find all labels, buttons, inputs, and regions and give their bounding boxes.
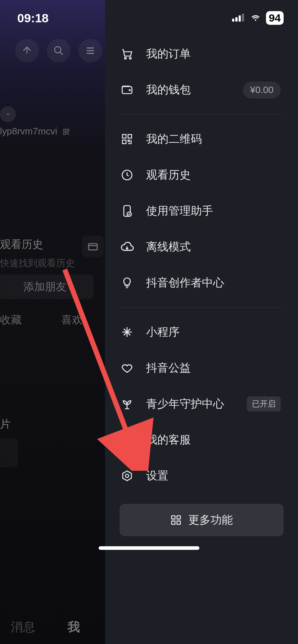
menu-label: 抖音创作者中心 — [146, 275, 224, 290]
svg-point-21 — [126, 474, 129, 478]
add-friend-button[interactable]: 添加朋友 — [0, 275, 94, 299]
menu-my-orders[interactable]: 我的订单 — [105, 36, 298, 72]
svg-rect-15 — [122, 140, 126, 144]
menu-creator-center[interactable]: 抖音创作者中心 — [105, 265, 298, 301]
status-bar: 09:18 94 — [0, 0, 298, 36]
menu-watch-history[interactable]: 观看历史 — [105, 157, 298, 193]
status-time: 09:18 — [17, 11, 49, 25]
cloud-download-icon — [119, 239, 135, 254]
background-dimmed-page: lyp8rvm7mcvi 观看历史 快速找到观看历史 添加朋友 收藏 喜欢 片 … — [0, 0, 105, 644]
svg-rect-2 — [67, 129, 69, 132]
divider — [119, 307, 284, 308]
menu-my-qr[interactable]: 我的二维码 — [105, 121, 298, 157]
bottom-tab-messages[interactable]: 消息 — [11, 619, 35, 635]
headset-icon — [119, 432, 135, 447]
svg-point-9 — [125, 58, 126, 59]
grid-icon — [170, 514, 182, 526]
tab-like[interactable]: 喜欢 — [61, 313, 83, 327]
svg-point-0 — [55, 47, 61, 53]
menu-offline-mode[interactable]: 离线模式 — [105, 229, 298, 265]
menu-label: 设置 — [146, 468, 168, 483]
menu-label: 我的订单 — [146, 46, 191, 61]
qr-mini-icon — [63, 128, 70, 135]
menu-label: 小程序 — [146, 325, 180, 340]
svg-rect-8 — [242, 14, 244, 22]
menu-label: 抖音公益 — [146, 360, 191, 376]
svg-rect-5 — [232, 19, 234, 22]
svg-rect-3 — [64, 133, 66, 135]
svg-rect-24 — [172, 521, 175, 524]
menu-my-wallet[interactable]: 我的钱包 ¥0.00 — [105, 72, 298, 108]
svg-rect-6 — [235, 17, 238, 22]
menu-charity[interactable]: 抖音公益 — [105, 350, 298, 386]
gear-icon — [119, 468, 135, 483]
svg-point-12 — [129, 89, 130, 91]
youth-enabled-badge: 已开启 — [247, 396, 281, 411]
menu-label: 青少年守护中心 — [146, 396, 224, 411]
svg-rect-20 — [130, 441, 132, 444]
divider — [119, 114, 284, 115]
wifi-icon — [249, 14, 262, 22]
cart-icon — [119, 46, 135, 61]
tab-collect[interactable]: 收藏 — [0, 313, 22, 327]
hamburger-menu-button[interactable] — [78, 39, 102, 63]
name-card-label: 片 — [0, 417, 11, 432]
home-indicator — [99, 546, 199, 550]
username-text: lyp8rvm7mcvi — [0, 126, 70, 137]
more-features-button[interactable]: 更多功能 — [119, 504, 284, 536]
svg-rect-1 — [64, 129, 66, 132]
battery-indicator: 94 — [266, 11, 284, 25]
clock-icon — [119, 167, 135, 183]
lightbulb-icon — [119, 275, 135, 290]
history-sub: 快速找到观看历史 — [0, 257, 105, 270]
menu-youth-protection[interactable]: 青少年守护中心 已开启 — [105, 386, 298, 422]
svg-rect-4 — [89, 244, 97, 250]
search-button[interactable] — [47, 39, 71, 63]
phone-check-icon — [119, 203, 135, 218]
svg-rect-22 — [172, 516, 175, 519]
menu-label: 观看历史 — [146, 167, 191, 183]
svg-rect-7 — [239, 15, 241, 22]
bottom-tab-me[interactable]: 我 — [68, 619, 80, 635]
heart-icon — [119, 360, 135, 376]
svg-rect-13 — [122, 134, 126, 138]
menu-label: 使用管理助手 — [146, 203, 213, 218]
more-label: 更多功能 — [188, 512, 233, 528]
wallet-shortcut[interactable] — [82, 236, 104, 257]
menu-label: 我的钱包 — [146, 82, 191, 97]
expand-chev-icon[interactable] — [0, 106, 16, 122]
menu-label: 我的二维码 — [146, 132, 202, 147]
cellular-icon — [232, 14, 245, 22]
svg-point-10 — [130, 58, 131, 59]
menu-label: 我的客服 — [146, 432, 191, 447]
menu-mini-programs[interactable]: 小程序 — [105, 314, 298, 350]
sparkle-icon — [119, 325, 135, 340]
share-button[interactable] — [15, 39, 39, 63]
menu-label: 离线模式 — [146, 239, 191, 254]
svg-rect-19 — [122, 441, 125, 444]
menu-customer-service[interactable]: 我的客服 — [105, 422, 298, 458]
sprout-icon — [119, 396, 135, 411]
menu-settings[interactable]: 设置 — [105, 458, 298, 494]
svg-rect-23 — [177, 516, 180, 519]
qr-icon — [119, 132, 135, 147]
svg-rect-14 — [128, 134, 132, 138]
wallet-icon — [119, 82, 135, 97]
menu-usage-assistant[interactable]: 使用管理助手 — [105, 193, 298, 229]
wallet-amount: ¥0.00 — [243, 82, 281, 98]
svg-rect-25 — [177, 521, 180, 524]
name-card-thumb[interactable] — [0, 438, 18, 467]
